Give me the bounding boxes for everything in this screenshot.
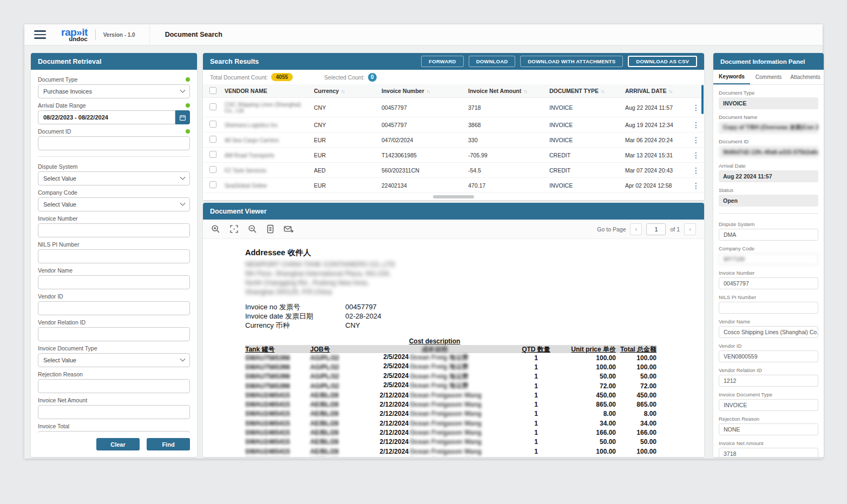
info-field-rejection-reason: Rejection Reason NONE	[719, 416, 818, 435]
download-as-csv-button[interactable]: DOWNLOAD AS CSV	[628, 56, 697, 67]
document-type-cell: CREDIT	[547, 167, 623, 174]
document-page-icon[interactable]	[266, 224, 274, 234]
zoom-out-icon[interactable]	[248, 224, 257, 234]
info-field-invoice-number: Invoice Number 00457797	[719, 270, 818, 289]
next-page-button[interactable]: ›	[684, 223, 696, 235]
doc-table-row: SWAU2465415 AE/BL/28 2/12/2024Ocean Frei…	[245, 400, 656, 409]
row-checkbox[interactable]	[209, 136, 216, 143]
table-row[interactable]: Shemara Logistics Inc CNY 00457797 3868 …	[203, 117, 704, 132]
col-currency[interactable]: Currency↑↓	[312, 88, 379, 94]
calendar-icon[interactable]	[175, 110, 190, 124]
document-preview[interactable]: Addressee 收件人 NEWPORT CHINA TANK CONTAIN…	[203, 239, 704, 457]
table-row[interactable]: All Sea Cargo Carriers EUR 047/02/2024 3…	[203, 132, 704, 148]
email-forward-icon[interactable]	[284, 224, 293, 234]
row-menu-kebab-icon[interactable]: ⋮	[688, 151, 704, 160]
invoice-number-input[interactable]	[38, 223, 190, 237]
field-invoice-document-type: Invoice Document Type Select Value	[38, 345, 190, 367]
sort-icon[interactable]: ↑↓	[426, 89, 430, 94]
info-field-document-id: Document ID 9b66d7d2-13fc-40a6-a315-575b…	[719, 138, 818, 158]
tank-redacted: SWAU7565398	[245, 363, 310, 371]
doc-col-total: Total 总金额	[616, 345, 656, 354]
col-invoice-number[interactable]: Invoice Number↑↓	[379, 88, 466, 94]
invoice-net-amount-cell: 3718	[466, 104, 547, 111]
document-name-label: Document Name	[719, 114, 818, 120]
table-row[interactable]: SeaGlobal Online EUR 22402134 470.17 INV…	[203, 178, 704, 193]
doc-table-row: SWAU7565398 AG/PL/32 2/5/2024Ocean Freig…	[245, 362, 656, 372]
row-menu-kebab-icon[interactable]: ⋮	[688, 136, 704, 144]
sort-icon[interactable]: ↑↓	[601, 89, 605, 94]
arrival-date-value: Aug 22 2024 11:57	[719, 170, 818, 182]
select-all-checkbox[interactable]	[209, 87, 216, 94]
find-button[interactable]: Find	[147, 438, 190, 450]
hamburger-menu-icon[interactable]	[34, 30, 46, 39]
document-type-select[interactable]: Purchase Invoices	[38, 84, 190, 98]
arrival-date-cell: Aug 19 2024 12:34	[623, 122, 688, 128]
retrieval-actions: Clear Find	[31, 433, 197, 457]
doc-meta-row: Invoice no 发票号00457797	[245, 302, 704, 311]
rejection-reason-input[interactable]	[38, 379, 190, 393]
vendor-name-value: Cosco Shipping Lines (Shanghai) Co., Ltd	[719, 326, 818, 338]
vendor-id-input[interactable]	[38, 301, 190, 315]
invoice-document-type-value: INVOICE	[719, 399, 818, 411]
invoice-document-type-select[interactable]: Select Value	[38, 353, 190, 367]
currency-cell: CNY	[312, 104, 379, 111]
col-vendor-name[interactable]: VENDOR NAME	[222, 88, 312, 94]
vendor-relation-id-input[interactable]	[38, 327, 190, 341]
table-row[interactable]: CSC Shipping Lines (Shanghai) Co., Ltd C…	[203, 98, 704, 117]
field-vendor-id: Vendor ID	[38, 293, 190, 315]
document-type-cell: CREDIT	[547, 152, 623, 158]
row-menu-kebab-icon[interactable]: ⋮	[688, 121, 704, 129]
invoice-net-amount-cell: -54.5	[466, 167, 547, 174]
vertical-scrollbar[interactable]	[701, 85, 704, 114]
table-row[interactable]: AM Road Transports EUR T1423061985 -705.…	[203, 148, 704, 163]
vendor-name-label: Vendor Name	[719, 319, 818, 324]
doc-table-row: SWAU2465415 AE/BL/28 2/12/2024Ocean Frei…	[245, 419, 656, 428]
row-checkbox[interactable]	[209, 103, 216, 110]
job-redacted: AG/PL/32	[310, 373, 359, 380]
doc-col-cost-description: Cost description	[359, 337, 510, 345]
row-checkbox[interactable]	[209, 151, 216, 158]
page-number-input[interactable]: 1	[646, 223, 666, 235]
document-id-input[interactable]	[38, 136, 190, 150]
doc-table-row: SWAU2465415 AE/BL/28 2/12/2024Ocean Frei…	[245, 390, 656, 400]
invoice-number-cell: 560/202311CN	[379, 167, 466, 174]
col-arrival-date[interactable]: ARRIVAL DATE↑↓	[623, 88, 688, 94]
previous-page-button[interactable]: ‹	[630, 223, 642, 235]
info-field-dispute-system: Dispute System DMA	[719, 221, 818, 241]
vendor-name-input[interactable]	[38, 275, 190, 289]
clear-button[interactable]: Clear	[96, 438, 140, 450]
zoom-in-icon[interactable]	[211, 224, 220, 234]
company-code-select[interactable]: Select Value	[38, 197, 190, 211]
info-field-status: Status Open	[719, 187, 818, 207]
sort-icon[interactable]: ↑↓	[668, 89, 672, 94]
sort-icon[interactable]: ↑↓	[341, 89, 345, 94]
horizontal-scrollbar[interactable]	[433, 195, 474, 198]
sort-icon[interactable]: ↑↓	[523, 89, 527, 94]
row-menu-kebab-icon[interactable]: ⋮	[688, 166, 704, 175]
tab-comments[interactable]: Comments	[750, 70, 787, 84]
row-menu-kebab-icon[interactable]: ⋮	[688, 181, 704, 190]
vendor-id-value: VEN0800559	[719, 350, 818, 362]
download-with-attachments-button[interactable]: DOWNLOAD WITH ATTACHMENTS	[520, 56, 623, 67]
col-invoice-net-amount[interactable]: Invoice Net Amount↑↓	[466, 88, 547, 94]
tab-keywords[interactable]: Keywords	[713, 70, 750, 84]
dispute-system-select[interactable]: Select Value	[38, 171, 190, 185]
cost-description-redacted: Ocean Freig 海运费	[410, 381, 469, 390]
arrival-date-range-input[interactable]: 08/22/2023 - 08/22/2024	[38, 110, 175, 124]
row-checkbox[interactable]	[209, 121, 216, 128]
invoice-net-amount-input[interactable]	[38, 405, 190, 419]
field-company-code: Company Code Select Value	[38, 189, 190, 211]
job-redacted: AE/BL/28	[310, 392, 359, 399]
invoice-total-label: Invoice Total	[38, 423, 69, 429]
download-button[interactable]: DOWNLOAD	[469, 56, 516, 67]
col-document-type[interactable]: DOCUMENT TYPE↑↓	[547, 88, 623, 94]
row-checkbox[interactable]	[209, 181, 216, 188]
fit-to-screen-icon[interactable]	[229, 224, 239, 234]
invoice-net-amount-label: Invoice Net Amount	[38, 397, 87, 403]
job-redacted: AE/BL/28	[310, 438, 359, 446]
forward-button[interactable]: FORWARD	[421, 56, 463, 67]
nils-pi-number-input[interactable]	[38, 249, 190, 263]
row-checkbox[interactable]	[209, 166, 216, 173]
table-row[interactable]: FZ Tank Services AED 560/202311CN -54.5 …	[203, 163, 704, 178]
tab-attachments[interactable]: Attachments	[787, 70, 824, 84]
